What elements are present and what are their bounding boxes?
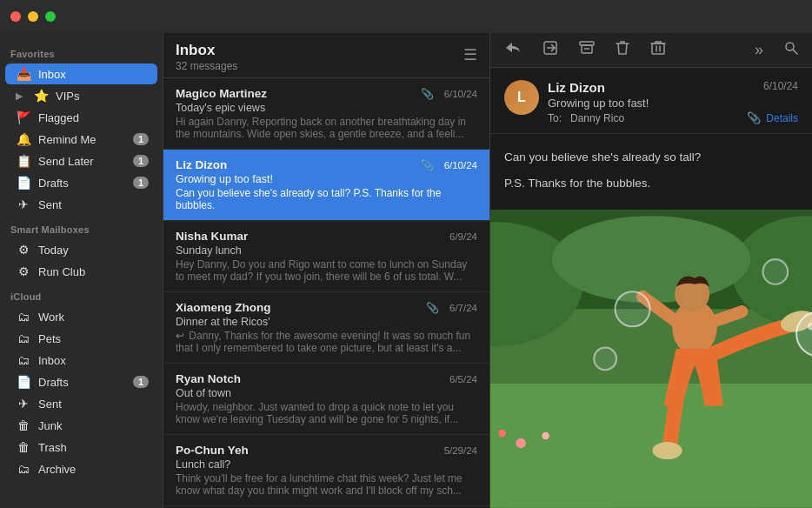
msg-date-msg4: 6/7/24 <box>449 303 477 313</box>
msg-date-msg5: 6/5/24 <box>449 374 477 384</box>
svg-point-37 <box>516 438 525 448</box>
trash-icon: 🗑 <box>16 440 31 454</box>
sidebar-item-remind-me[interactable]: 🔔Remind Me1 <box>5 129 157 150</box>
send-later-icon: 📋 <box>16 154 31 168</box>
attachment-icon-msg1: 📎 <box>421 88 434 100</box>
work-icon: 🗂 <box>16 310 31 324</box>
msg-preview-msg1: Hi again Danny, Reporting back on anothe… <box>176 116 477 140</box>
msg-sender-msg1: Magico Martinez <box>176 87 267 100</box>
svg-line-8 <box>793 50 797 54</box>
message-items: Magico Martinez📎6/10/24Today's epic view… <box>163 78 489 508</box>
sidebar-item-pets[interactable]: 🗂Pets <box>5 328 157 349</box>
msg-row1: Liz Dizon📎6/10/24 <box>176 158 477 171</box>
message-item-msg5[interactable]: Ryan Notch6/5/24Out of townHowdy, neighb… <box>163 364 489 435</box>
attachment-icon-msg2: 📎 <box>421 159 434 171</box>
trash-label: Trash <box>38 441 149 454</box>
work-label: Work <box>38 311 149 324</box>
detail-header: L Liz Dizon 6/10/24 Growing up too fast!… <box>490 68 812 134</box>
sidebar-item-icloud-drafts[interactable]: 📄Drafts1 <box>5 371 157 392</box>
attachment-icon-msg4: 📎 <box>426 302 439 314</box>
icloud-drafts-icon: 📄 <box>16 375 31 389</box>
sidebar-item-icloud-sent[interactable]: ✈Sent <box>5 393 157 414</box>
message-item-msg4[interactable]: Xiaomeng Zhong📎6/7/24Dinner at the Ricos… <box>163 292 489 364</box>
icloud-sent-icon: ✈ <box>16 397 31 411</box>
reply-icon-msg4: ↩ <box>176 330 187 342</box>
detail-image-placeholder <box>490 210 812 508</box>
flagged-label: Flagged <box>38 111 149 124</box>
reply-icon[interactable] <box>501 39 525 61</box>
sidebar-item-vips[interactable]: ▶⭐VIPs <box>5 85 157 106</box>
msg-row1: Ryan Notch6/5/24 <box>176 372 477 385</box>
svg-point-38 <box>542 432 549 440</box>
icloud-sent-label: Sent <box>38 398 149 411</box>
msg-row1-right: 📎6/10/24 <box>421 88 477 100</box>
sidebar-item-junk[interactable]: 🗑Junk <box>5 415 157 436</box>
sidebar-item-icloud-inbox[interactable]: 🗂Inbox <box>5 350 157 371</box>
send-later-badge: 1 <box>133 155 149 167</box>
title-group: Inbox 32 messages <box>176 42 237 72</box>
sidebar-item-sent[interactable]: ✈Sent <box>5 194 157 215</box>
inbox-title: Inbox <box>176 42 237 59</box>
msg-date-msg1: 6/10/24 <box>444 89 477 99</box>
msg-row1: Magico Martinez📎6/10/24 <box>176 87 477 100</box>
detail-body-line1: Can you believe she's already so tall? <box>504 148 798 167</box>
sidebar-item-work[interactable]: 🗂Work <box>5 306 157 327</box>
pets-label: Pets <box>38 332 149 345</box>
msg-subject-msg6: Lunch call? <box>176 458 477 471</box>
msg-row1-right: 5/29/24 <box>437 445 477 456</box>
archive-icon: 🗂 <box>16 462 31 476</box>
message-item-msg1[interactable]: Magico Martinez📎6/10/24Today's epic view… <box>163 78 489 150</box>
maximize-button[interactable] <box>45 11 56 22</box>
sidebar-item-drafts[interactable]: 📄Drafts1 <box>5 172 157 193</box>
close-button[interactable] <box>10 11 21 22</box>
msg-date-msg3: 6/9/24 <box>449 231 477 242</box>
msg-date-msg2: 6/10/24 <box>444 160 477 170</box>
msg-preview-msg2: Can you believe she's already so tall? P… <box>176 187 477 211</box>
search-icon[interactable] <box>781 39 802 61</box>
svg-rect-4 <box>652 43 664 54</box>
detail-actions: 📎 Details <box>747 111 798 124</box>
filter-icon[interactable]: ☰ <box>463 45 477 64</box>
more-icon[interactable]: » <box>751 39 767 61</box>
junk-icon[interactable] <box>647 38 669 62</box>
archive-label: Archive <box>38 463 149 476</box>
detail-scene-svg <box>490 210 812 508</box>
message-item-msg2[interactable]: Liz Dizon📎6/10/24Growing up too fast!Can… <box>163 150 489 221</box>
msg-preview-msg3: Hey Danny, Do you and Rigo want to come … <box>176 258 477 283</box>
sent-icon: ✈ <box>16 197 31 211</box>
msg-sender-msg2: Liz Dizon <box>176 158 227 171</box>
detail-details-link[interactable]: Details <box>766 112 798 124</box>
pets-icon: 🗂 <box>16 331 31 345</box>
svg-point-36 <box>498 430 506 438</box>
remind-me-label: Remind Me <box>38 133 126 146</box>
msg-subject-msg3: Sunday lunch <box>176 244 477 257</box>
sidebar-item-flagged[interactable]: 🚩Flagged <box>5 107 157 128</box>
remind-me-icon: 🔔 <box>16 132 31 146</box>
run-club-icon: ⚙ <box>16 264 31 278</box>
svg-point-34 <box>763 259 789 284</box>
detail-toolbar: » <box>490 33 812 68</box>
today-label: Today <box>38 244 149 257</box>
sidebar-item-trash[interactable]: 🗑Trash <box>5 437 157 458</box>
favorites-section-label: Favorites <box>0 40 163 63</box>
sidebar-smart: ⚙Today⚙Run Club <box>0 239 163 282</box>
icloud-drafts-badge: 1 <box>133 376 149 388</box>
sidebar-item-today[interactable]: ⚙Today <box>5 239 157 260</box>
compose-icon[interactable] <box>539 38 562 62</box>
sidebar-item-inbox[interactable]: 📥Inbox <box>5 64 157 84</box>
message-list-header: Inbox 32 messages ☰ <box>163 33 489 78</box>
inbox-count: 32 messages <box>176 60 237 72</box>
minimize-button[interactable] <box>28 11 38 22</box>
icloud-section-label: iCloud <box>0 283 163 305</box>
msg-subject-msg5: Out of town <box>176 387 477 399</box>
message-item-msg6[interactable]: Po-Chun Yeh5/29/24Lunch call?Think you'l… <box>163 435 489 506</box>
messages-scroll[interactable]: Magico Martinez📎6/10/24Today's epic view… <box>163 78 489 508</box>
archive-toolbar-icon[interactable] <box>576 39 598 61</box>
sidebar-item-archive[interactable]: 🗂Archive <box>5 458 157 479</box>
delete-icon[interactable] <box>612 38 633 62</box>
sidebar-item-run-club[interactable]: ⚙Run Club <box>5 261 157 282</box>
detail-sender-row: Liz Dizon 6/10/24 <box>548 80 798 95</box>
msg-row1-right: 📎6/7/24 <box>426 302 477 314</box>
message-item-msg3[interactable]: Nisha Kumar6/9/24Sunday lunchHey Danny, … <box>163 221 489 292</box>
sidebar-item-send-later[interactable]: 📋Send Later1 <box>5 150 157 171</box>
